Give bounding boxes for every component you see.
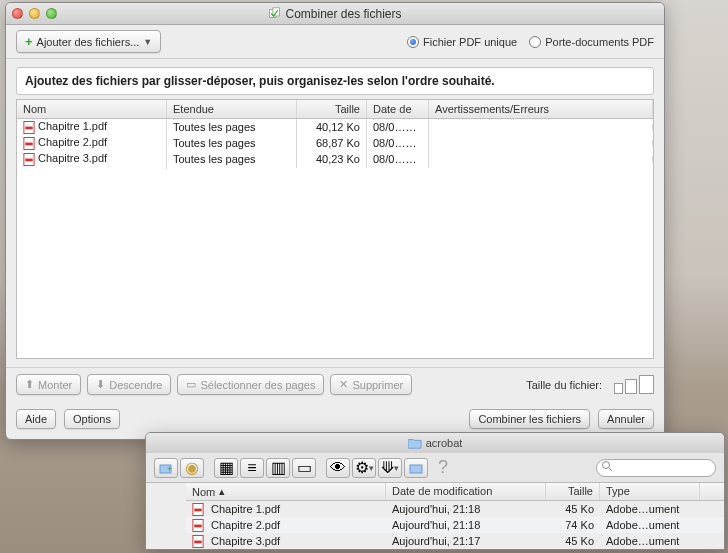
chevron-down-icon: ▼ (143, 37, 152, 47)
svg-line-12 (609, 468, 612, 471)
cell-nom: Chapitre 3.pdf (17, 149, 167, 169)
combine-button[interactable]: Combiner les fichiers (469, 409, 590, 429)
search-icon (601, 460, 613, 472)
cancel-button[interactable]: Annuler (598, 409, 654, 429)
fcell-taille: 45 Ko (546, 534, 600, 548)
file-table: Nom Etendue Taille Date de Avertissement… (16, 99, 654, 359)
svg-rect-16 (194, 524, 201, 527)
file-size-label: Taille du fichier: (526, 379, 602, 391)
arrow-down-icon: ⬇ (96, 378, 105, 391)
view-coverflow-button[interactable]: ▭ (292, 458, 316, 478)
titlebar[interactable]: Combiner des fichiers (6, 3, 664, 25)
move-down-button[interactable]: ⬇ Descendre (87, 374, 171, 395)
radio-portfolio-label: Porte-documents PDF (545, 36, 654, 48)
help-icon[interactable]: ? (438, 457, 448, 478)
file-size-chooser[interactable] (614, 375, 654, 394)
radio-portfolio-pdf[interactable]: Porte-documents PDF (529, 36, 654, 48)
col-nom[interactable]: Nom (17, 100, 167, 118)
delete-label: Supprimer (352, 379, 403, 391)
pdf-icon (192, 535, 204, 548)
pdf-icon (192, 519, 204, 532)
size-large-icon[interactable] (639, 375, 654, 394)
dropbox-icon: ⟱ (381, 458, 394, 477)
list-item[interactable]: Chapitre 3.pdfAujourd'hui, 21:1745 KoAdo… (186, 533, 724, 549)
close-button[interactable] (12, 8, 23, 19)
col-date[interactable]: Date de (367, 100, 429, 118)
pdf-icon (23, 153, 35, 166)
help-button[interactable]: Aide (16, 409, 56, 429)
list-icon: ≡ (247, 459, 256, 477)
table-header: Nom Etendue Taille Date de Avertissement… (17, 100, 653, 119)
search-input[interactable] (596, 459, 716, 477)
svg-rect-3 (25, 126, 32, 129)
finder-window: acrobat + ◉ ▦ ≡ ▥ ▭ 👁 ⚙▾ ⟱▾ ? Nom▴ Date … (145, 432, 725, 550)
quicklook-button[interactable]: 👁 (326, 458, 350, 478)
fcell-date: Aujourd'hui, 21:18 (386, 518, 546, 532)
minimize-button[interactable] (29, 8, 40, 19)
list-item[interactable]: Chapitre 2.pdfAujourd'hui, 21:1874 KoAdo… (186, 517, 724, 533)
options-button[interactable]: Options (64, 409, 120, 429)
pdf-icon (192, 503, 204, 516)
table-row[interactable]: Chapitre 3.pdfToutes les pages40,23 Ko08… (17, 151, 653, 167)
finder-header: Nom▴ Date de modification Taille Type (186, 483, 724, 501)
sort-asc-icon: ▴ (219, 485, 229, 498)
view-list-button[interactable]: ≡ (240, 458, 264, 478)
add-files-button[interactable]: + Ajouter des fichiers... ▼ (16, 30, 161, 53)
fcell-nom: Chapitre 3.pdf (186, 534, 386, 549)
x-icon: ✕ (339, 378, 348, 391)
move-down-label: Descendre (109, 379, 162, 391)
col-etendue[interactable]: Etendue (167, 100, 297, 118)
finder-body: Chapitre 1.pdfAujourd'hui, 21:1845 KoAdo… (186, 501, 724, 549)
select-pages-label: Sélectionner des pages (200, 379, 315, 391)
delete-button[interactable]: ✕ Supprimer (330, 374, 412, 395)
size-small-icon[interactable] (614, 383, 623, 394)
finder-titlebar[interactable]: acrobat (146, 433, 724, 453)
zoom-button[interactable] (46, 8, 57, 19)
radio-dot-selected (407, 36, 419, 48)
finder-toolbar: + ◉ ▦ ≡ ▥ ▭ 👁 ⚙▾ ⟱▾ ? (146, 453, 724, 483)
svg-rect-0 (270, 9, 277, 17)
fcol-taille[interactable]: Taille (546, 483, 600, 500)
finder-title-label: acrobat (426, 437, 463, 449)
view-icons-button[interactable]: ▦ (214, 458, 238, 478)
svg-rect-1 (273, 8, 280, 16)
window-controls (12, 8, 57, 19)
burn-button[interactable]: ◉ (180, 458, 204, 478)
actions-bar: ⬆ Monter ⬇ Descendre ▭ Sélectionner des … (6, 367, 664, 401)
col-taille[interactable]: Taille (297, 100, 367, 118)
fcell-taille: 74 Ko (546, 518, 600, 532)
col-warn[interactable]: Avertissements/Erreurs (429, 100, 653, 118)
fcell-date: Aujourd'hui, 21:18 (386, 502, 546, 516)
svg-point-11 (603, 462, 610, 469)
select-pages-button[interactable]: ▭ Sélectionner des pages (177, 374, 324, 395)
fcell-nom: Chapitre 1.pdf (186, 502, 386, 517)
list-item[interactable]: Chapitre 1.pdfAujourd'hui, 21:1845 KoAdo… (186, 501, 724, 517)
open-folder-button[interactable] (404, 458, 428, 478)
eye-icon: 👁 (330, 459, 346, 477)
cell-warn (429, 156, 653, 162)
fcell-taille: 45 Ko (546, 502, 600, 516)
gear-icon: ⚙ (355, 458, 369, 477)
toolbar: + Ajouter des fichiers... ▼ Fichier PDF … (6, 25, 664, 59)
size-medium-icon[interactable] (625, 379, 637, 394)
search-field[interactable] (596, 458, 716, 477)
pages-icon: ▭ (186, 378, 196, 391)
folder-icon (409, 462, 423, 474)
fcell-type: Adobe…ument (600, 518, 700, 532)
folder-plus-icon: + (159, 462, 173, 474)
svg-rect-5 (25, 142, 32, 145)
columns-icon: ▥ (271, 458, 286, 477)
fcol-type[interactable]: Type (600, 483, 700, 500)
fcol-nom[interactable]: Nom▴ (186, 483, 386, 500)
new-folder-button[interactable]: + (154, 458, 178, 478)
pdf-icon (23, 121, 35, 134)
move-up-button[interactable]: ⬆ Monter (16, 374, 81, 395)
action-menu-button[interactable]: ⚙▾ (352, 458, 376, 478)
fcol-date[interactable]: Date de modification (386, 483, 546, 500)
radio-dot (529, 36, 541, 48)
svg-rect-14 (194, 508, 201, 511)
grid-icon: ▦ (219, 458, 234, 477)
view-columns-button[interactable]: ▥ (266, 458, 290, 478)
dropbox-button[interactable]: ⟱▾ (378, 458, 402, 478)
radio-single-pdf[interactable]: Fichier PDF unique (407, 36, 517, 48)
